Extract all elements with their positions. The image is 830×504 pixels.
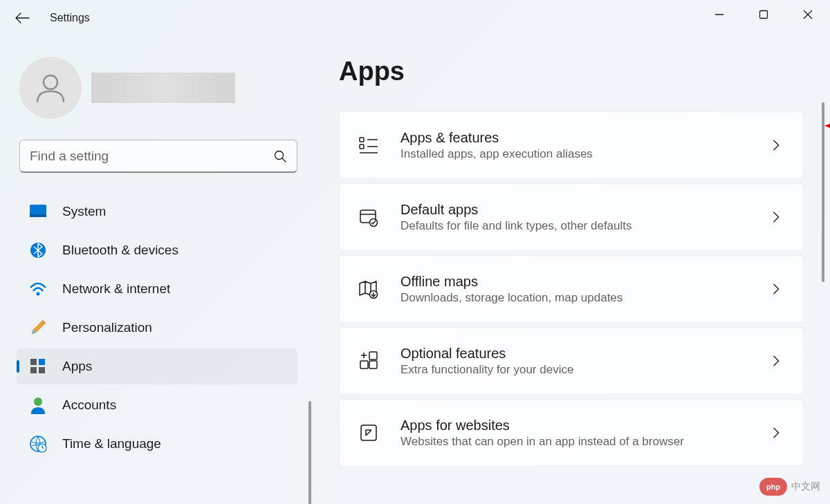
watermark-badge: php [759,478,787,496]
svg-point-4 [44,75,57,89]
default-apps-icon [358,206,380,228]
svg-point-15 [34,398,42,406]
svg-line-6 [282,158,286,162]
offline-maps-icon [358,278,380,300]
user-avatar [19,57,82,119]
apps-icon [29,357,47,375]
sidebar-item-personalization[interactable]: Personalization [17,310,297,346]
option-subtitle: Installed apps, app execution aliases [400,147,770,161]
option-offline-maps[interactable]: Offline maps Downloads, storage location… [339,255,804,323]
sidebar-item-time[interactable]: Time & language [17,426,297,462]
search-input[interactable] [30,149,273,164]
watermark: php 中文网 [759,478,820,496]
sidebar-item-label: Network & internet [62,281,170,297]
chevron-right-icon [770,355,782,367]
app-title: Settings [50,12,90,24]
svg-rect-31 [369,352,377,360]
personalization-icon [29,319,47,337]
back-button[interactable] [14,10,30,26]
user-section[interactable] [17,57,311,119]
accounts-icon [29,396,47,414]
option-subtitle: Downloads, storage location, map updates [400,291,770,305]
watermark-text: 中文网 [791,480,820,493]
sidebar-item-accounts[interactable]: Accounts [17,387,297,423]
sidebar-item-label: Apps [62,359,92,374]
sidebar-item-label: Accounts [62,398,116,413]
titlebar: Settings [0,0,830,36]
chevron-right-icon [770,283,782,295]
user-name-redacted [91,73,235,103]
svg-rect-20 [360,138,364,142]
svg-rect-29 [360,361,368,368]
sidebar: System Bluetooth & devices Network & int… [0,36,311,504]
option-title: Apps & features [400,130,770,146]
sidebar-item-label: Personalization [62,320,152,335]
option-subtitle: Defaults for file and link types, other … [400,219,770,233]
minimize-icon [714,10,724,19]
bluetooth-icon [29,241,47,259]
search-icon [273,149,287,163]
svg-point-10 [37,292,40,296]
person-icon [33,71,68,105]
option-subtitle: Websites that can open in an app instead… [400,435,770,449]
page-title: Apps [339,57,804,86]
svg-rect-30 [369,361,377,368]
svg-rect-1 [760,11,768,19]
arrow-left-icon [15,12,30,24]
chevron-right-icon [770,139,782,151]
svg-rect-13 [30,367,37,373]
system-icon [29,203,47,221]
svg-rect-21 [360,144,364,149]
maximize-icon [759,10,768,19]
maximize-button[interactable] [741,0,786,29]
close-button[interactable] [786,0,830,29]
svg-rect-11 [30,359,37,365]
option-title: Optional features [400,346,770,362]
network-icon [29,280,47,298]
option-apps-features[interactable]: Apps & features Installed apps, app exec… [339,111,804,179]
chevron-right-icon [770,211,782,223]
option-optional-features[interactable]: Optional features Extra functionality fo… [339,327,804,395]
apps-websites-icon [358,422,380,444]
option-subtitle: Extra functionality for your device [400,363,770,377]
sidebar-item-apps[interactable]: Apps [17,348,297,384]
option-title: Default apps [400,202,770,218]
svg-rect-12 [39,359,45,365]
main-scrollbar[interactable] [822,102,824,282]
apps-features-icon [358,134,380,156]
option-default-apps[interactable]: Default apps Defaults for file and link … [339,183,804,251]
close-icon [803,10,813,19]
time-icon [29,435,47,453]
option-title: Offline maps [400,274,770,290]
chevron-right-icon [770,427,782,439]
annotation-arrow [824,119,830,133]
sidebar-item-bluetooth[interactable]: Bluetooth & devices [17,232,297,268]
svg-rect-14 [39,367,45,373]
sidebar-item-label: Time & language [62,436,161,451]
main-content: Apps Apps & features Installed apps, app… [311,36,830,504]
svg-marker-36 [824,121,830,131]
svg-rect-8 [30,214,46,217]
sidebar-item-label: System [62,204,106,219]
optional-features-icon [358,350,380,372]
minimize-button[interactable] [697,0,741,29]
sidebar-item-label: Bluetooth & devices [62,243,178,258]
option-apps-websites[interactable]: Apps for websites Websites that can open… [339,399,804,467]
sidebar-item-network[interactable]: Network & internet [17,271,297,307]
sidebar-item-system[interactable]: System [17,194,297,230]
option-title: Apps for websites [400,418,770,433]
search-box[interactable] [19,140,297,173]
